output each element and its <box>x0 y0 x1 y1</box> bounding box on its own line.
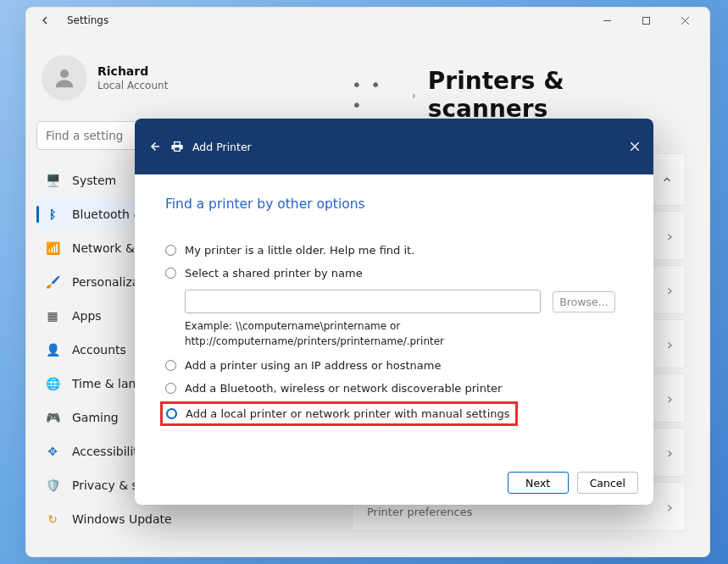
app-title: Settings <box>67 14 108 26</box>
next-button[interactable]: Next <box>508 472 569 494</box>
preferences-heading-peek: Printer preferences <box>367 506 472 518</box>
dialog-title: Add Printer <box>192 141 252 153</box>
brush-icon: 🖌️ <box>45 274 60 290</box>
dialog-body: Find a printer by other options My print… <box>135 174 653 461</box>
chevron-up-icon <box>661 174 673 185</box>
chevron-right-icon <box>667 390 673 407</box>
browse-button[interactable]: Browse... <box>553 291 615 312</box>
add-printer-dialog: Add Printer Find a printer by other opti… <box>135 119 653 505</box>
example-text: Example: \\computername\printername or h… <box>185 318 623 349</box>
radio-label: My printer is a little older. Help me fi… <box>185 244 414 257</box>
chevron-right-icon <box>667 444 673 462</box>
title-bar: Settings <box>26 8 709 33</box>
radio-option-bluetooth[interactable]: Add a Bluetooth, wireless or network dis… <box>165 382 623 395</box>
radio-label: Add a Bluetooth, wireless or network dis… <box>185 382 502 395</box>
radio-label: Add a local printer or network printer w… <box>186 407 510 420</box>
dialog-header: Add Printer <box>135 119 653 174</box>
printer-icon <box>170 140 184 153</box>
breadcrumb-more-icon[interactable]: • • • <box>352 75 400 115</box>
radio-icon <box>165 268 176 279</box>
shield-icon: 🛡️ <box>45 478 60 493</box>
nav-item-label: Accounts <box>72 343 126 357</box>
cancel-button[interactable]: Cancel <box>577 472 638 494</box>
globe-icon: 🌐 <box>45 376 60 391</box>
chevron-right-icon <box>667 281 673 299</box>
chevron-right-icon <box>667 335 673 353</box>
apps-icon: ▦ <box>45 308 60 323</box>
shared-printer-input[interactable] <box>185 290 541 313</box>
svg-rect-1 <box>642 17 649 24</box>
chevron-right-icon <box>667 227 673 245</box>
nav-item-label: System <box>72 174 116 187</box>
radio-option-older[interactable]: My printer is a little older. Help me fi… <box>165 244 623 257</box>
nav-item-update[interactable]: ↻Windows Update <box>36 503 291 535</box>
update-icon: ↻ <box>45 511 60 527</box>
svg-point-4 <box>60 69 69 78</box>
radio-icon <box>165 383 176 394</box>
avatar-icon <box>42 55 87 101</box>
nav-item-label: Bluetooth & <box>72 207 142 221</box>
shared-printer-sub: Browse... Example: \\computername\printe… <box>185 290 623 349</box>
minimize-button[interactable] <box>587 8 626 33</box>
radio-option-local[interactable]: Add a local printer or network printer w… <box>166 407 510 420</box>
account-type: Local Account <box>97 80 168 91</box>
account-block[interactable]: Richard Local Account <box>36 40 291 121</box>
nav-item-label: Apps <box>72 309 102 323</box>
bluetooth-icon: ᛒ <box>45 207 60 222</box>
radio-option-ip[interactable]: Add a printer using an IP address or hos… <box>165 359 623 372</box>
breadcrumb: • • • › Printers & scanners <box>352 67 686 123</box>
radio-label: Add a printer using an IP address or hos… <box>185 359 441 372</box>
back-icon[interactable] <box>147 139 162 154</box>
nav-item-label: Network & i <box>72 241 142 255</box>
radio-icon <box>165 245 176 256</box>
nav-item-label: Gaming <box>72 411 119 424</box>
chevron-right-icon <box>667 498 673 516</box>
page-title: Printers & scanners <box>428 67 686 123</box>
person-icon: 👤 <box>45 342 60 357</box>
gamepad-icon: 🎮 <box>45 410 60 425</box>
radio-icon <box>165 360 176 371</box>
chevron-right-icon: › <box>412 89 416 102</box>
radio-icon <box>166 408 177 419</box>
radio-list: My printer is a little older. Help me fi… <box>165 244 623 423</box>
highlight-box: Add a local printer or network printer w… <box>160 401 518 426</box>
close-icon[interactable] <box>628 140 642 153</box>
radio-label: Select a shared printer by name <box>185 267 363 279</box>
display-icon: 🖥️ <box>45 173 60 188</box>
dialog-heading: Find a printer by other options <box>165 196 623 212</box>
radio-option-shared[interactable]: Select a shared printer by name <box>165 267 623 279</box>
account-name: Richard <box>97 64 168 78</box>
nav-item-label: Windows Update <box>72 512 172 526</box>
maximize-button[interactable] <box>626 8 665 33</box>
accessibility-icon: ✥ <box>45 444 60 459</box>
back-icon[interactable] <box>38 14 52 27</box>
dialog-footer: Next Cancel <box>135 461 653 505</box>
wifi-icon: 📶 <box>45 241 60 256</box>
close-button[interactable] <box>665 8 704 33</box>
